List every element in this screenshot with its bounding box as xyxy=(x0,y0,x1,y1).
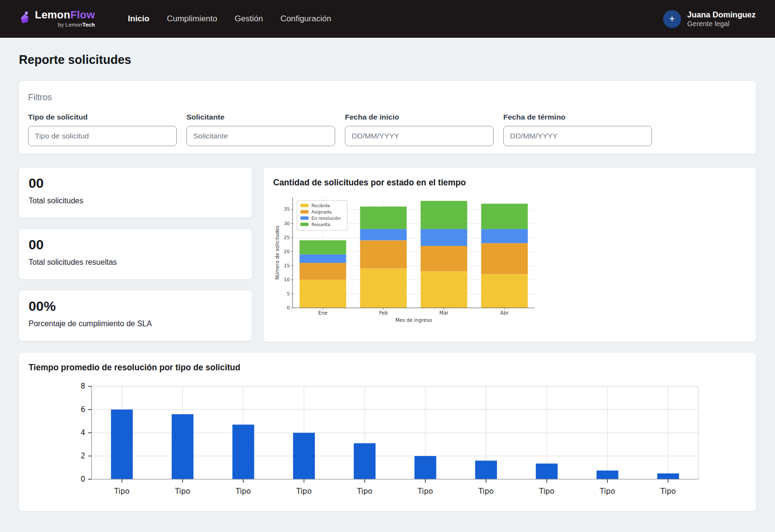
nav-item-cumplimiento[interactable]: Cumplimiento xyxy=(167,14,217,24)
svg-text:Recibida: Recibida xyxy=(311,203,330,208)
logo-text: LemonFlow by LemonTech xyxy=(35,10,95,28)
svg-text:Ene: Ene xyxy=(318,310,327,316)
navbar: LemonFlow by LemonTech Inicio Cumplimien… xyxy=(0,0,775,38)
svg-text:2: 2 xyxy=(80,452,85,460)
user-avatar[interactable]: + xyxy=(663,10,681,28)
kpi-total-value: 00 xyxy=(29,176,242,191)
kpi-resueltas: 00 Total solicitudes resueltas xyxy=(18,228,252,280)
kpi-resueltas-label: Total solicitudes resueltas xyxy=(29,258,242,267)
svg-text:Tipo: Tipo xyxy=(235,487,251,496)
svg-text:Abr: Abr xyxy=(500,310,509,316)
kpi-sla-value: 00% xyxy=(29,299,242,314)
kpi-sla-label: Porcentaje de cumplimiento de SLA xyxy=(29,319,242,328)
svg-text:Resuelta: Resuelta xyxy=(311,222,330,227)
svg-text:15: 15 xyxy=(284,263,290,268)
svg-text:35: 35 xyxy=(284,206,290,212)
nav-item-inicio[interactable]: Inicio xyxy=(128,14,149,24)
svg-text:4: 4 xyxy=(80,428,85,437)
filter-solicitante-label: Solicitante xyxy=(186,113,335,122)
svg-text:8: 8 xyxy=(80,382,85,391)
svg-text:Tipo: Tipo xyxy=(356,487,372,496)
kpi-total-solicitudes: 00 Total solicitudes xyxy=(18,167,252,218)
lemonflow-logo[interactable]: LemonFlow by LemonTech xyxy=(19,10,95,28)
page-title: Reporte solicitudes xyxy=(19,53,757,67)
filter-tipo-input[interactable] xyxy=(28,126,177,146)
svg-text:Tipo: Tipo xyxy=(114,487,130,496)
kpi-resueltas-value: 00 xyxy=(29,237,242,253)
logo-byline: by LemonTech xyxy=(58,22,95,28)
svg-text:Tipo: Tipo xyxy=(417,487,433,496)
filter-fecha-inicio-input[interactable] xyxy=(345,126,494,146)
lemon-icon xyxy=(19,11,31,27)
main-nav: Inicio Cumplimiento Gestión Configuració… xyxy=(128,14,331,24)
avg-resolution-card: Tiempo promedio de resolución por tipo d… xyxy=(18,352,757,512)
main-content: Reporte solicitudes Filtros Tipo de soli… xyxy=(0,53,775,512)
filter-tipo-label: Tipo de solicitud xyxy=(28,113,177,122)
stacked-chart-card: Cantidad de solicitudes por estado en el… xyxy=(263,167,757,342)
svg-text:Tipo: Tipo xyxy=(174,487,190,496)
avg-resolution-title: Tiempo promedio de resolución por tipo d… xyxy=(29,363,746,373)
kpi-column: 00 Total solicitudes 00 Total solicitude… xyxy=(18,167,252,342)
nav-item-gestion[interactable]: Gestión xyxy=(234,14,263,24)
svg-text:5: 5 xyxy=(287,291,290,296)
svg-text:6: 6 xyxy=(80,405,85,414)
stacked-chart-title: Cantidad de solicitudes por estado en el… xyxy=(273,178,746,188)
filter-fecha-termino-input[interactable] xyxy=(503,126,652,146)
kpi-total-label: Total solicitudes xyxy=(29,197,242,205)
nav-item-configuracion[interactable]: Configuración xyxy=(280,14,331,24)
svg-text:Tipo: Tipo xyxy=(660,487,676,496)
filter-solicitante: Solicitante xyxy=(186,113,335,146)
svg-text:20: 20 xyxy=(284,249,290,254)
svg-text:0: 0 xyxy=(287,305,290,310)
svg-text:Número de solicitudes: Número de solicitudes xyxy=(275,226,280,280)
svg-text:Tipo: Tipo xyxy=(599,487,615,496)
stacked-bar-chart: 05101520253035EneFebMarAbrMes de ingreso… xyxy=(274,194,746,328)
filter-fecha-termino-label: Fecha de término xyxy=(503,113,652,122)
svg-text:0: 0 xyxy=(80,475,85,484)
svg-text:30: 30 xyxy=(284,221,290,226)
user-name: Juana Dominguez xyxy=(687,10,756,20)
svg-text:Mar: Mar xyxy=(439,310,449,316)
svg-text:Asignada: Asignada xyxy=(311,210,332,214)
filters-row: Tipo de solicitud Solicitante Fecha de i… xyxy=(28,113,747,146)
avg-resolution-chart: 02468TipoTipoTipoTipoTipoTipoTipoTipoTip… xyxy=(75,381,746,501)
logo-name: LemonFlow xyxy=(35,10,95,20)
filter-fecha-termino: Fecha de término xyxy=(503,113,652,146)
filters-title: Filtros xyxy=(28,92,747,103)
filter-fecha-inicio-label: Fecha de inicio xyxy=(345,113,494,122)
svg-text:10: 10 xyxy=(284,277,290,282)
filter-tipo-solicitud: Tipo de solicitud xyxy=(28,113,177,146)
user-role: Gerente legal xyxy=(687,19,756,28)
svg-text:25: 25 xyxy=(284,235,290,240)
svg-text:Tipo: Tipo xyxy=(478,487,494,496)
filter-fecha-inicio: Fecha de inicio xyxy=(345,113,494,146)
svg-text:Tipo: Tipo xyxy=(539,487,555,496)
user-menu[interactable]: + Juana Dominguez Gerente legal xyxy=(663,10,756,29)
svg-text:Mes de ingreso: Mes de ingreso xyxy=(395,318,432,323)
svg-text:Feb: Feb xyxy=(379,310,388,316)
kpi-chart-row: 00 Total solicitudes 00 Total solicitude… xyxy=(18,167,757,342)
user-info: Juana Dominguez Gerente legal xyxy=(687,10,756,29)
filters-card: Filtros Tipo de solicitud Solicitante Fe… xyxy=(18,80,757,154)
kpi-sla: 00% Porcentaje de cumplimiento de SLA xyxy=(18,290,252,341)
svg-text:En resolución: En resolución xyxy=(311,216,341,221)
filter-solicitante-input[interactable] xyxy=(186,126,335,146)
svg-text:Tipo: Tipo xyxy=(296,487,312,496)
